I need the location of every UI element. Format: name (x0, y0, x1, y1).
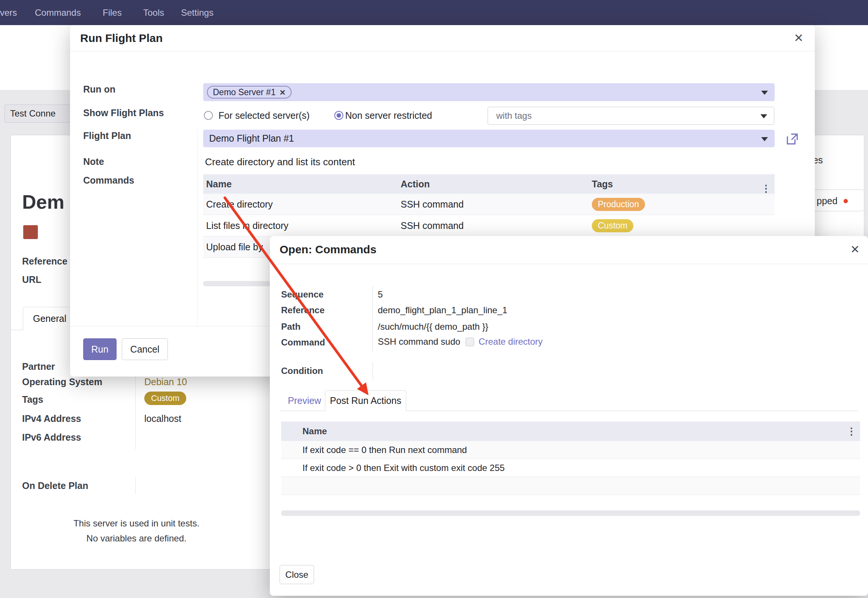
horizontal-scrollbar[interactable] (281, 510, 860, 516)
flight-plan-label: Flight Plan (83, 130, 131, 141)
nav-item-commands[interactable]: Commands (35, 0, 81, 25)
tag-badge-custom: Custom (592, 219, 633, 232)
table-row[interactable]: If exit code > 0 then Exit with custom e… (281, 459, 860, 477)
header-tags-label: Tags (592, 179, 613, 189)
label-column-divider (197, 129, 198, 326)
external-link-icon[interactable] (786, 133, 799, 145)
radio-non-server-restricted[interactable] (334, 111, 343, 120)
row-action: SSH command (398, 220, 589, 231)
radio-for-selected-servers-label[interactable]: For selected server(s) (218, 110, 310, 121)
server-title: Dem (22, 191, 64, 213)
with-tags-select[interactable]: with tags (488, 107, 774, 125)
ipv4-label: IPv4 Address (22, 413, 81, 424)
radio-for-selected-servers[interactable] (204, 111, 213, 120)
post-run-actions-table: Name ⋮ If exit code == 0 then Run next c… (281, 422, 860, 495)
row-name: If exit code == 0 then Run next command (302, 445, 860, 455)
field-divider-line (373, 286, 373, 351)
ipv6-label: IPv6 Address (22, 432, 81, 443)
table-row[interactable]: If exit code == 0 then Run next command (281, 441, 860, 459)
commands-modal-header: Open: Commands ✕ (270, 236, 868, 264)
top-nav: vers Commands Files Tools Settings (0, 0, 868, 25)
close-button[interactable]: Close (280, 565, 314, 584)
close-icon[interactable]: ✕ (850, 236, 860, 263)
run-button[interactable]: Run (83, 338, 117, 360)
path-label: Path (281, 321, 301, 332)
kebab-menu-icon[interactable]: ⋮ (761, 179, 771, 198)
row-action: SSH command (398, 199, 589, 210)
tag-badge-custom: Custom (144, 392, 186, 405)
show-flight-plans-label: Show Flight Plans (83, 108, 164, 118)
condition-label: Condition (281, 366, 323, 376)
operating-system-value-link[interactable]: Debian 10 (144, 377, 187, 387)
status-badge-label: pped (817, 196, 838, 206)
plan-description: Create directory and list its content (205, 156, 355, 168)
on-delete-plan-label: On Delete Plan (22, 480, 88, 491)
row-name: If exit code > 0 then Exit with custom e… (302, 463, 860, 473)
condition-divider-line (373, 363, 373, 379)
tags-label: Tags (22, 394, 43, 405)
flight-plan-select[interactable]: Demo Flight Plan #1 (203, 130, 775, 147)
open-commands-modal: Open: Commands ✕ Sequence Reference Path… (270, 236, 868, 596)
server-tag[interactable]: Demo Server #1✕ (207, 86, 292, 99)
screen: vers Commands Files Tools Settings Test … (0, 0, 868, 598)
sequence-label: Sequence (281, 289, 323, 300)
close-icon[interactable]: ✕ (794, 25, 804, 51)
header-tags[interactable]: Tags ⋮ (589, 179, 775, 190)
table-row-empty (281, 477, 860, 495)
reference-label: Reference (22, 256, 67, 267)
server-notes: This server is used in unit tests. No va… (22, 516, 251, 546)
run-modal-header: Run Flight Plan ✕ (70, 25, 815, 51)
operating-system-label: Operating System (22, 377, 102, 387)
header-name[interactable]: Name (302, 426, 860, 437)
chevron-down-icon (760, 114, 767, 118)
note-label: Note (83, 156, 104, 167)
field-separator-line-2 (135, 477, 136, 494)
path-value: /such/much/{{ demo_path }} (378, 321, 488, 332)
commands-table-header: Name Action Tags ⋮ (203, 174, 775, 194)
nav-item-tools[interactable]: Tools (143, 0, 164, 25)
status-dot-icon: ● (843, 195, 849, 206)
tag-badge-production: Production (592, 198, 645, 211)
color-swatch[interactable] (23, 225, 38, 239)
reference-value: demo_flight_plan_1_plan_line_1 (378, 305, 507, 315)
with-tags-placeholder: with tags (496, 111, 532, 121)
command-value: SSH command sudo (378, 336, 460, 347)
reference-label: Reference (281, 305, 325, 315)
nav-item-servers[interactable]: vers (0, 0, 17, 25)
sequence-value: 5 (378, 289, 383, 300)
url-label: URL (22, 274, 41, 285)
tags-value: Custom (144, 392, 186, 405)
server-tag-label: Demo Server #1 (213, 87, 275, 97)
radio-non-server-restricted-label[interactable]: Non server restricted (345, 110, 432, 121)
note-line-1: This server is used in unit tests. (22, 516, 251, 531)
command-value-row: SSH command sudo Create directory (378, 336, 543, 347)
create-directory-link[interactable]: Create directory (479, 336, 543, 347)
ipv4-value: localhost (144, 413, 181, 424)
row-name: Create directory (203, 199, 398, 210)
nav-item-files[interactable]: Files (103, 0, 122, 25)
kebab-menu-icon[interactable]: ⋮ (847, 422, 856, 441)
post-run-table-header: Name ⋮ (281, 422, 860, 441)
status-badge-stopped[interactable]: pped● (807, 190, 864, 211)
checkbox[interactable] (465, 338, 474, 346)
tab-general[interactable]: General (23, 307, 76, 330)
remove-tag-icon[interactable]: ✕ (279, 88, 286, 97)
command-label: Command (281, 337, 325, 348)
run-modal-title: Run Flight Plan (80, 25, 163, 51)
table-row[interactable]: Create directory SSH command Production (203, 194, 775, 215)
note-line-2: No variables are defined. (22, 531, 251, 546)
tab-post-run-actions[interactable]: Post Run Actions (325, 390, 406, 411)
tab-preview[interactable]: Preview (288, 390, 321, 411)
chevron-down-icon (761, 137, 768, 141)
header-action[interactable]: Action (398, 179, 589, 190)
cancel-button[interactable]: Cancel (122, 338, 168, 360)
commands-modal-title: Open: Commands (280, 236, 376, 263)
header-name[interactable]: Name (203, 179, 398, 190)
chevron-down-icon (761, 91, 768, 95)
flight-plan-value: Demo Flight Plan #1 (209, 133, 294, 144)
row-name: List files in directory (203, 220, 398, 231)
partner-label: Partner (22, 361, 55, 372)
run-on-select[interactable]: Demo Server #1✕ (203, 83, 775, 101)
table-row[interactable]: List files in directory SSH command Cust… (203, 215, 775, 236)
nav-item-settings[interactable]: Settings (181, 0, 214, 25)
